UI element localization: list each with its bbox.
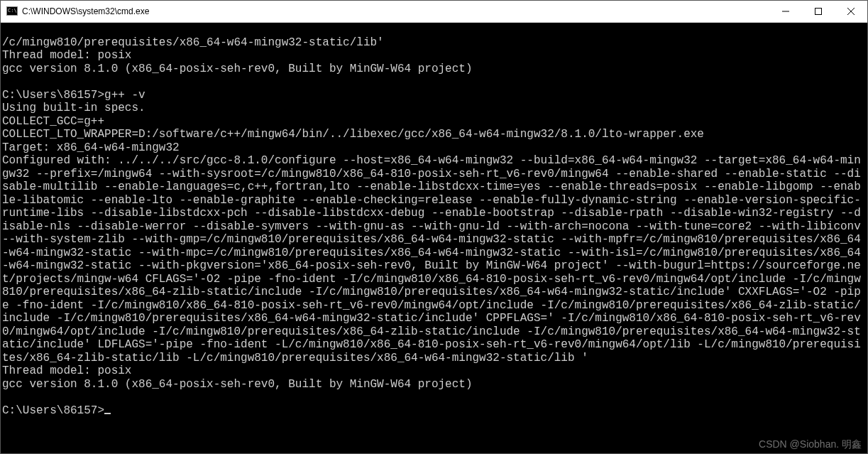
cursor xyxy=(104,413,111,414)
output-line: Thread model: posix xyxy=(2,49,131,62)
cmd-window: C:\ C:\WINDOWS\system32\cmd.exe /c/mingw… xyxy=(0,0,868,454)
prompt-line: C:\Users\86157>g++ -v xyxy=(2,89,145,102)
titlebar[interactable]: C:\ C:\WINDOWS\system32\cmd.exe xyxy=(1,1,867,23)
command-text: g++ -v xyxy=(104,89,145,102)
watermark: CSDN @Siobhan. 明鑫 xyxy=(759,438,862,451)
close-button[interactable] xyxy=(835,1,867,22)
prompt-line: C:\Users\86157> xyxy=(2,404,111,417)
svg-text:C:\: C:\ xyxy=(8,8,17,13)
output-line: /c/mingw810/prerequisites/x86_64-w64-min… xyxy=(2,36,384,49)
output-line: COLLECT_LTO_WRAPPER=D:/software/c++/ming… xyxy=(2,128,704,141)
minimize-button[interactable] xyxy=(769,1,802,22)
blank-line xyxy=(2,75,9,88)
prompt-path: C:\Users\86157 xyxy=(2,404,97,417)
window-title: C:\WINDOWS\system32\cmd.exe xyxy=(22,6,149,16)
output-line: gcc version 8.1.0 (x86_64-posix-seh-rev0… xyxy=(2,63,473,75)
output-line: Thread model: posix xyxy=(2,364,131,377)
maximize-button[interactable] xyxy=(802,1,835,22)
svg-rect-3 xyxy=(815,9,822,15)
cmd-icon: C:\ xyxy=(6,6,18,17)
output-line: COLLECT_GCC=g++ xyxy=(2,115,104,128)
output-line: Using built-in specs. xyxy=(2,102,145,114)
output-line: gcc version 8.1.0 (x86_64-posix-seh-rev0… xyxy=(2,378,473,391)
output-line: Target: x86_64-w64-mingw32 xyxy=(2,141,180,154)
terminal-output[interactable]: /c/mingw810/prerequisites/x86_64-w64-min… xyxy=(1,23,867,453)
output-line: Configured with: ../../../src/gcc-8.1.0/… xyxy=(2,154,867,364)
blank-line xyxy=(2,391,9,404)
prompt-path: C:\Users\86157 xyxy=(2,89,97,102)
